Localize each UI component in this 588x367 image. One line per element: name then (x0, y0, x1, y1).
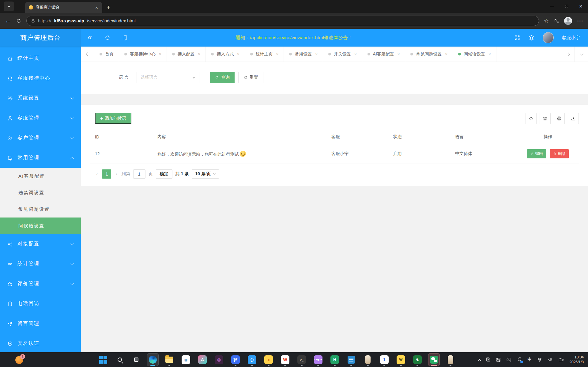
volume-icon[interactable] (548, 357, 553, 362)
tab-close-icon[interactable]: × (159, 52, 161, 56)
browser-tab[interactable]: 客服商户后台 × (25, 2, 102, 13)
browser-profile-avatar[interactable] (564, 17, 572, 25)
page-refresh-button[interactable] (99, 29, 116, 47)
reset-button[interactable]: 重置 (238, 72, 263, 83)
taskbar-app-cat[interactable]: ᴖᴥᴖ (312, 353, 324, 366)
tray-clock[interactable]: 18:04 2026/1/8 (569, 355, 584, 365)
cloud-off-icon[interactable] (506, 357, 512, 362)
bookmark-star-icon[interactable]: ☆ (544, 17, 549, 24)
table-columns-button[interactable] (540, 113, 551, 124)
sidebar-item-stats-management[interactable]: 统计管理 (0, 254, 81, 274)
tabs-scroll-left-button[interactable] (81, 47, 94, 62)
sidebar-item-stats-home[interactable]: 统计主页 (0, 48, 81, 68)
tab-search-button[interactable] (4, 2, 14, 11)
tab-close-icon[interactable]: × (354, 52, 357, 56)
user-avatar[interactable] (543, 32, 554, 43)
hidden-icons-button[interactable] (478, 359, 481, 362)
address-bar[interactable]: https://kf5a.xysss.vip/service/index/ind… (26, 16, 539, 26)
tab-access-config[interactable]: 接入配置× (167, 47, 206, 62)
file-explorer-button[interactable] (164, 353, 175, 366)
taskbar-terminal-button[interactable]: >_ (296, 353, 307, 366)
reload-icon[interactable] (16, 18, 21, 24)
tabs-menu-button[interactable] (575, 47, 588, 62)
page-jump-input[interactable] (133, 169, 145, 179)
widgets-weather-button[interactable]: 6 (15, 355, 25, 365)
taskbar-app-light-1[interactable] (362, 353, 374, 366)
sidebar-item-customer-management[interactable]: 客户管理 (0, 128, 81, 148)
taskbar-edge-button[interactable] (147, 353, 159, 366)
taskbar-app-shield[interactable]: ⛨ (395, 353, 407, 366)
edit-button[interactable]: 编辑 (527, 149, 546, 158)
ime-indicator[interactable]: 中 (527, 357, 532, 362)
tab-faq-settings[interactable]: 常见问题设置× (405, 47, 453, 62)
back-icon[interactable]: ← (5, 17, 11, 25)
taskbar-search-button[interactable] (114, 353, 126, 366)
browser-menu-icon[interactable]: ⋯ (577, 17, 583, 25)
sidebar-subitem-banned-words[interactable]: 违禁词设置 (0, 184, 81, 201)
user-name[interactable]: 客服小宇 (562, 35, 580, 41)
wifi-icon[interactable] (537, 357, 542, 362)
sidebar-item-realname-auth[interactable]: 实名认证 (0, 334, 81, 352)
sidebar-item-review-management[interactable]: 评价管理 (0, 274, 81, 294)
tab-close-icon[interactable]: × (237, 52, 239, 56)
sidebar-item-message-management[interactable]: 留言管理 (0, 314, 81, 334)
table-print-button[interactable] (554, 113, 565, 124)
tab-switch-settings[interactable]: 开关设置× (323, 47, 362, 62)
fullscreen-icon[interactable] (514, 35, 520, 41)
tab-ai-config[interactable]: AI客服配置× (362, 47, 405, 62)
taskbar-app-light-2[interactable] (445, 353, 456, 366)
sidebar-collapse-button[interactable]: « (81, 29, 99, 47)
tab-close-icon[interactable]: × (398, 52, 400, 56)
tab-close-icon[interactable]: × (198, 52, 201, 56)
clipboard-tray-icon[interactable] (486, 357, 491, 362)
microsoft-store-button[interactable]: ▦ (180, 353, 192, 366)
tab-close-icon[interactable]: × (276, 52, 279, 56)
taskbar-vscode-button[interactable]: ⟨⟩ (246, 353, 258, 366)
favorites-list-icon[interactable] (554, 18, 559, 24)
taskbar-app-one[interactable]: 1 (379, 353, 390, 366)
sidebar-item-system-settings[interactable]: 系统设置 (0, 88, 81, 108)
sidebar-item-phone-callback[interactable]: 电话回访 (0, 294, 81, 314)
sync-tray-icon[interactable] (517, 357, 522, 363)
tab-service-center[interactable]: 客服接待中心× (119, 47, 167, 62)
next-page-button[interactable]: › (114, 171, 118, 177)
taskbar-app-bird[interactable]: 🕊 (230, 353, 241, 366)
taskbar-notepad-button[interactable] (345, 353, 357, 366)
tab-close-icon[interactable]: × (488, 52, 491, 56)
taskbar-app-gradient-a[interactable]: A (197, 353, 208, 366)
jump-confirm-button[interactable]: 确定 (156, 169, 172, 179)
tab-common-settings[interactable]: 常用设置× (284, 47, 323, 62)
window-restore-button[interactable] (559, 0, 574, 13)
tab-close-icon[interactable]: × (445, 52, 447, 56)
taskbar-app-fish[interactable]: ● (263, 353, 274, 366)
table-export-button[interactable] (568, 113, 579, 124)
tab-access-method[interactable]: 接入方式× (206, 47, 245, 62)
toggle-tray-icon[interactable] (496, 357, 501, 362)
page-size-select[interactable]: 10 条/页 (192, 169, 219, 179)
sidebar-subitem-greeting-settings[interactable]: 问候语设置 (0, 218, 81, 234)
layers-icon[interactable] (528, 35, 535, 41)
search-button[interactable]: 查询 (210, 72, 235, 83)
language-select[interactable]: 选择语言 (137, 72, 199, 83)
prev-page-button[interactable]: ‹ (95, 171, 99, 177)
tab-close-icon[interactable]: × (94, 5, 99, 10)
taskbar-wechat-button[interactable] (428, 353, 440, 366)
tab-close-icon[interactable]: × (315, 52, 318, 56)
tab-home[interactable]: 首页 (94, 47, 119, 62)
tabs-scroll-right-button[interactable] (561, 47, 575, 62)
sidebar-subitem-faq-settings[interactable]: 常见问题设置 (0, 201, 81, 218)
taskbar-wps-button[interactable]: W (279, 353, 291, 366)
taskbar-app-h[interactable]: H (329, 353, 341, 366)
sidebar-subitem-ai-config[interactable]: AI客服配置 (0, 168, 81, 184)
taskbar-app-purple[interactable]: ◎ (213, 353, 225, 366)
taskbar-app-green[interactable]: ♞ (412, 353, 423, 366)
new-tab-button[interactable]: + (102, 4, 115, 13)
table-refresh-button[interactable] (526, 113, 537, 124)
window-minimize-button[interactable]: — (545, 0, 559, 13)
battery-icon[interactable] (558, 357, 564, 363)
task-view-button[interactable] (130, 353, 142, 366)
sidebar-item-agent-management[interactable]: 客服管理 (0, 108, 81, 128)
window-close-button[interactable]: ✕ (574, 0, 588, 13)
delete-button[interactable]: 删除 (550, 149, 569, 158)
add-greeting-button[interactable]: + 添加问候语 (95, 113, 131, 124)
